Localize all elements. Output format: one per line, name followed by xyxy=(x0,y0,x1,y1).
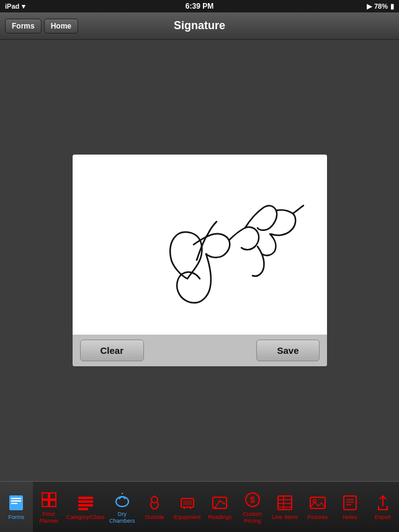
svg-rect-33 xyxy=(310,497,325,508)
device-label: iPad xyxy=(5,2,19,10)
tab-category-class[interactable]: Category/Class xyxy=(65,482,106,532)
tab-line-items-label: Line Items xyxy=(272,514,298,521)
save-button[interactable]: Save xyxy=(256,340,319,361)
signature-container: Clear Save xyxy=(73,155,327,366)
forms-icon xyxy=(6,493,26,513)
readings-icon xyxy=(210,493,230,513)
nav-bar: Forms Home Signature xyxy=(0,12,399,40)
nav-buttons: Forms Home xyxy=(5,19,78,34)
tab-line-items[interactable]: Line Items xyxy=(269,482,302,532)
svg-rect-7 xyxy=(50,500,56,507)
svg-rect-11 xyxy=(78,508,88,510)
svg-rect-3 xyxy=(11,503,17,504)
svg-text:$: $ xyxy=(250,495,255,505)
tab-readings[interactable]: Readings xyxy=(204,482,236,532)
tab-readings-label: Readings xyxy=(208,514,231,521)
tab-custom-pricing-label: Custom Pricing xyxy=(238,511,268,525)
tab-forms[interactable]: Forms xyxy=(0,482,33,532)
svg-rect-35 xyxy=(344,496,356,510)
svg-rect-2 xyxy=(11,500,21,502)
clear-button[interactable]: Clear xyxy=(80,340,145,361)
tab-outside-label: Outside xyxy=(145,514,164,521)
tab-dry-chambers[interactable]: Dry Chambers xyxy=(106,482,139,532)
tab-notes-label: Notes xyxy=(343,514,358,521)
svg-point-25 xyxy=(223,503,225,505)
equipment-icon xyxy=(177,493,197,513)
tab-forms-label: Forms xyxy=(9,514,25,521)
status-time: 6:39 PM xyxy=(186,2,213,11)
home-nav-button[interactable]: Home xyxy=(44,19,78,34)
custom-pricing-icon: $ xyxy=(243,490,262,510)
tab-export-label: Export xyxy=(375,514,391,521)
tab-equipment[interactable]: Equipment xyxy=(171,482,204,532)
dry-chambers-icon xyxy=(112,490,132,510)
tab-pictures[interactable]: Pictures xyxy=(302,482,334,532)
wifi-icon: ▾ xyxy=(22,2,25,11)
svg-rect-4 xyxy=(42,493,48,499)
notes-icon xyxy=(340,493,360,513)
line-items-icon xyxy=(275,493,295,513)
tab-notes[interactable]: Notes xyxy=(334,482,367,532)
svg-rect-1 xyxy=(11,498,21,499)
tab-floor-planner-label: Floor Planner xyxy=(34,511,65,525)
battery-icon: ▮ xyxy=(390,2,394,11)
tab-equipment-label: Equipment xyxy=(174,514,200,521)
svg-point-23 xyxy=(215,507,217,508)
svg-point-24 xyxy=(219,500,221,502)
forms-nav-button[interactable]: Forms xyxy=(5,19,42,34)
tab-dry-chambers-label: Dry Chambers xyxy=(107,511,138,525)
status-bar: iPad ▾ 6:39 PM ▶ 78% ▮ xyxy=(0,0,399,12)
svg-rect-8 xyxy=(78,497,93,499)
tab-bar: Forms Floor Planner Category/Class xyxy=(0,481,399,532)
main-content: Clear Save xyxy=(0,40,399,481)
svg-rect-9 xyxy=(78,500,93,503)
tab-custom-pricing[interactable]: $ Custom Pricing xyxy=(236,482,269,532)
tab-export[interactable]: Export xyxy=(367,482,399,532)
page-title: Signature xyxy=(174,19,225,32)
floor-planner-icon xyxy=(39,490,59,510)
outside-icon xyxy=(145,493,164,513)
signature-svg xyxy=(73,155,327,335)
svg-point-12 xyxy=(116,497,128,507)
category-class-icon xyxy=(76,493,96,513)
svg-rect-17 xyxy=(183,500,192,505)
status-right: ▶ 78% ▮ xyxy=(367,2,394,11)
export-icon xyxy=(373,493,393,513)
svg-line-21 xyxy=(215,501,220,507)
tab-category-class-label: Category/Class xyxy=(66,514,105,521)
tab-floor-planner[interactable]: Floor Planner xyxy=(33,482,66,532)
tab-outside[interactable]: Outside xyxy=(138,482,171,532)
svg-point-14 xyxy=(151,497,158,503)
svg-rect-6 xyxy=(42,500,48,507)
signature-canvas[interactable] xyxy=(73,155,327,335)
svg-rect-10 xyxy=(78,504,93,507)
battery-label: 78% xyxy=(374,2,388,10)
svg-rect-5 xyxy=(50,493,56,499)
pictures-icon xyxy=(308,493,328,513)
signature-buttons: Clear Save xyxy=(73,335,327,366)
tab-pictures-label: Pictures xyxy=(308,514,328,521)
status-left: iPad ▾ xyxy=(5,2,25,11)
location-icon: ▶ xyxy=(367,2,372,11)
